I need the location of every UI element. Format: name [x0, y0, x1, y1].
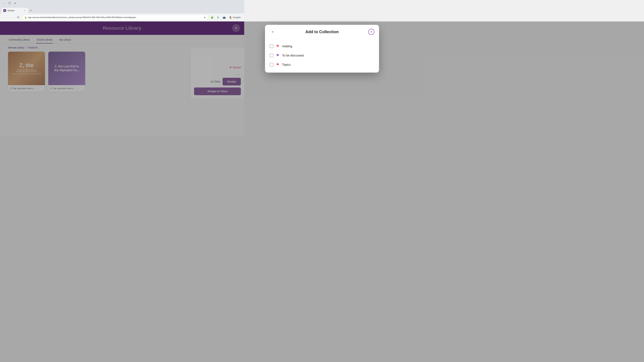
- active-tab[interactable]: S Seesaw ×: [1, 8, 28, 13]
- window-minimize-button[interactable]: −: [1, 1, 6, 6]
- reload-button[interactable]: ↻: [16, 15, 21, 20]
- restore-icon: ❐: [8, 2, 10, 5]
- window-close-button[interactable]: ✕: [13, 1, 18, 6]
- reload-icon: ↻: [17, 16, 19, 19]
- new-tab-button[interactable]: +: [28, 8, 33, 13]
- window-restore-button[interactable]: ❐: [7, 1, 12, 6]
- tab-favicon: S: [3, 9, 6, 12]
- extensions-icon: 🧩: [211, 16, 214, 19]
- download-button[interactable]: ⬇: [215, 15, 221, 20]
- back-button[interactable]: ←: [2, 15, 8, 20]
- minimize-icon: −: [3, 2, 4, 5]
- back-icon: ←: [3, 16, 6, 19]
- tab-title: Seesaw: [8, 9, 22, 12]
- tab-close-button[interactable]: ×: [23, 9, 26, 12]
- window-close-icon: ✕: [14, 2, 16, 5]
- forward-button[interactable]: →: [9, 15, 14, 20]
- cast-button[interactable]: 📺: [221, 15, 227, 20]
- tab-bar: S Seesaw × +: [0, 7, 244, 13]
- address-text: app.seesaw.me/#/activities/library?premi…: [28, 16, 202, 18]
- title-bar: − ❐ ✕: [0, 0, 244, 7]
- incognito-badge: 🕵 Incognito: [228, 15, 242, 19]
- window-controls: − ❐ ✕: [1, 1, 18, 6]
- bookmark-star-icon[interactable]: ★: [204, 16, 206, 19]
- extensions-button[interactable]: 🧩: [209, 15, 215, 20]
- forward-icon: →: [10, 16, 13, 19]
- lock-icon: 🔒: [24, 16, 27, 18]
- incognito-icon: 🕵: [230, 16, 232, 18]
- browser-chrome: − ❐ ✕ S Seesaw × + ← → ↻ 🔒: [0, 0, 244, 21]
- address-bar[interactable]: 🔒 app.seesaw.me/#/activities/library?pre…: [22, 15, 208, 20]
- incognito-label: Incognito: [232, 16, 241, 18]
- cast-icon: 📺: [223, 16, 226, 19]
- toolbar-icons: 🧩 ⬇ 📺: [209, 15, 227, 20]
- address-bar-row: ← → ↻ 🔒 app.seesaw.me/#/activities/libra…: [0, 13, 244, 21]
- modal-overlay: × Add to Collection + ⚑ reading ⚑ To be …: [0, 21, 244, 137]
- download-icon: ⬇: [217, 16, 219, 19]
